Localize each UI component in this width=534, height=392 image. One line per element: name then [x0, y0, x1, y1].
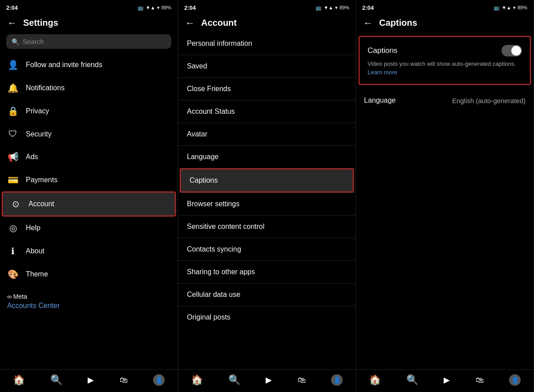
- nav-item-follow[interactable]: 👤 Follow and invite friends: [0, 53, 178, 76]
- sensitive-label: Sensitive content control: [187, 223, 264, 230]
- account-item-account-status[interactable]: Account Status: [178, 100, 356, 123]
- account-item-captions[interactable]: Captions: [180, 168, 354, 192]
- bottom-profile-1[interactable]: 👤: [153, 374, 165, 386]
- captions-toggle-row: Captions: [368, 45, 522, 56]
- language-row[interactable]: Language English (auto-generated): [356, 88, 534, 112]
- signal-icon: ▼▲: [146, 5, 155, 10]
- nav-label-notifications: Notifications: [26, 84, 65, 92]
- account-panel: 2:04 📺 ▼▲ ▾ 89% ← Account Personal infor…: [178, 0, 356, 392]
- signal-icon-3: ▼▲: [502, 5, 511, 10]
- nav-item-theme[interactable]: 🎨 Theme: [0, 263, 178, 286]
- account-header: ← Account: [178, 14, 356, 32]
- bottom-home-3[interactable]: 🏠: [369, 374, 381, 386]
- nav-item-help[interactable]: ◎ Help: [0, 216, 178, 240]
- bottom-reels-2[interactable]: ▶: [266, 375, 272, 385]
- account-item-close-friends[interactable]: Close Friends: [178, 78, 356, 100]
- captions-toggle-section: Captions Video posts you watch will show…: [359, 36, 531, 85]
- bottom-reels-3[interactable]: ▶: [444, 375, 450, 385]
- nav-item-about[interactable]: ℹ About: [0, 240, 178, 263]
- status-time-3: 2:04: [362, 4, 374, 11]
- payments-icon: 💳: [7, 175, 19, 185]
- status-time-2: 2:04: [184, 4, 196, 11]
- about-icon: ℹ: [7, 246, 19, 256]
- ads-icon: 📢: [7, 152, 19, 162]
- follow-icon: 👤: [7, 60, 19, 70]
- status-icons-3: 📺 ▼▲ ▾ 89%: [494, 5, 527, 11]
- bottom-profile-2[interactable]: 👤: [331, 374, 343, 386]
- search-icon: 🔍: [12, 38, 19, 45]
- wifi-icon-2: ▾: [335, 5, 338, 11]
- nav-label-payments: Payments: [26, 176, 57, 184]
- learn-more-link[interactable]: Learn more: [368, 69, 397, 76]
- bottom-nav-2: 🏠 🔍 ▶ 🛍 👤: [178, 369, 356, 392]
- status-bar-2: 2:04 📺 ▼▲ ▾ 89%: [178, 0, 356, 14]
- browser-label: Browser settings: [187, 200, 239, 208]
- account-item-contacts[interactable]: Contacts syncing: [178, 238, 356, 260]
- account-item-saved[interactable]: Saved: [178, 55, 356, 77]
- account-item-sharing[interactable]: Sharing to other apps: [178, 261, 356, 283]
- account-icon: ⊙: [10, 199, 21, 209]
- personal-label: Personal information: [187, 40, 252, 47]
- original-label: Original posts: [187, 313, 231, 321]
- toggle-knob: [511, 46, 521, 56]
- settings-nav-list: 👤 Follow and invite friends 🔔 Notificati…: [0, 53, 178, 369]
- captions-label: Captions: [190, 176, 218, 184]
- captions-toggle[interactable]: [502, 45, 522, 56]
- bottom-reels-1[interactable]: ▶: [88, 375, 94, 385]
- search-bar[interactable]: 🔍 Search: [6, 34, 171, 49]
- bottom-shop-1[interactable]: 🛍: [120, 376, 128, 385]
- account-item-language[interactable]: Language: [178, 146, 356, 168]
- nav-label-theme: Theme: [26, 270, 48, 278]
- captions-header: ← Captions: [356, 14, 534, 32]
- nav-label-security: Security: [26, 130, 52, 138]
- account-item-browser[interactable]: Browser settings: [178, 193, 356, 215]
- nav-item-privacy[interactable]: 🔒 Privacy: [0, 100, 178, 123]
- bottom-search-1[interactable]: 🔍: [50, 374, 62, 386]
- bottom-home-1[interactable]: 🏠: [13, 374, 25, 386]
- account-item-cellular[interactable]: Cellular data use: [178, 284, 356, 306]
- account-back-button[interactable]: ←: [185, 18, 195, 28]
- status-icons: 📺 ▼▲ ▾ 89%: [138, 5, 171, 11]
- nav-label-help: Help: [26, 224, 40, 232]
- account-list: Personal information Saved Close Friends…: [178, 32, 356, 369]
- settings-header: ← Settings: [0, 14, 178, 32]
- nav-label-privacy: Privacy: [26, 107, 49, 115]
- avatar-label: Avatar: [187, 130, 207, 138]
- sharing-label: Sharing to other apps: [187, 268, 255, 276]
- bottom-shop-3[interactable]: 🛍: [476, 376, 484, 385]
- captions-toggle-label: Captions: [368, 46, 397, 55]
- bottom-nav-3: 🏠 🔍 ▶ 🛍 👤: [356, 369, 534, 392]
- battery-icon-3: 89%: [518, 5, 527, 10]
- account-item-personal[interactable]: Personal information: [178, 32, 356, 55]
- nav-item-account[interactable]: ⊙ Account: [2, 192, 176, 216]
- captions-content: Captions Video posts you watch will show…: [356, 32, 534, 369]
- captions-back-button[interactable]: ←: [363, 18, 373, 28]
- status-bar: 2:04 📺 ▼▲ ▾ 89%: [0, 0, 178, 14]
- nav-label-account: Account: [28, 200, 54, 208]
- account-title: Account: [201, 18, 237, 28]
- back-button[interactable]: ←: [7, 18, 17, 28]
- status-time: 2:04: [6, 4, 18, 11]
- account-item-original[interactable]: Original posts: [178, 306, 356, 328]
- account-item-sensitive[interactable]: Sensitive content control: [178, 216, 356, 238]
- nav-label-follow: Follow and invite friends: [26, 61, 102, 69]
- bottom-home-2[interactable]: 🏠: [191, 374, 203, 386]
- wifi-icon-3: ▾: [513, 5, 516, 11]
- bottom-search-3[interactable]: 🔍: [406, 374, 418, 386]
- bottom-profile-3[interactable]: 👤: [509, 374, 521, 386]
- nav-item-ads[interactable]: 📢 Ads: [0, 145, 178, 168]
- accounts-center-link[interactable]: Accounts Center: [7, 302, 170, 310]
- security-icon: 🛡: [7, 129, 19, 139]
- settings-panel: 2:04 📺 ▼▲ ▾ 89% ← Settings 🔍 Search 👤 Fo…: [0, 0, 178, 392]
- twitch-icon: 📺: [138, 5, 144, 11]
- bottom-search-2[interactable]: 🔍: [228, 374, 240, 386]
- wifi-icon: ▾: [157, 5, 160, 11]
- bottom-shop-2[interactable]: 🛍: [298, 376, 306, 385]
- account-item-avatar[interactable]: Avatar: [178, 123, 356, 145]
- nav-item-payments[interactable]: 💳 Payments: [0, 168, 178, 192]
- nav-item-notifications[interactable]: 🔔 Notifications: [0, 76, 178, 100]
- meta-logo: ∞ Meta: [7, 293, 170, 300]
- twitch-icon-3: 📺: [494, 5, 500, 11]
- captions-panel: 2:04 📺 ▼▲ ▾ 89% ← Captions Captions Vide…: [356, 0, 534, 392]
- nav-item-security[interactable]: 🛡 Security: [0, 123, 178, 145]
